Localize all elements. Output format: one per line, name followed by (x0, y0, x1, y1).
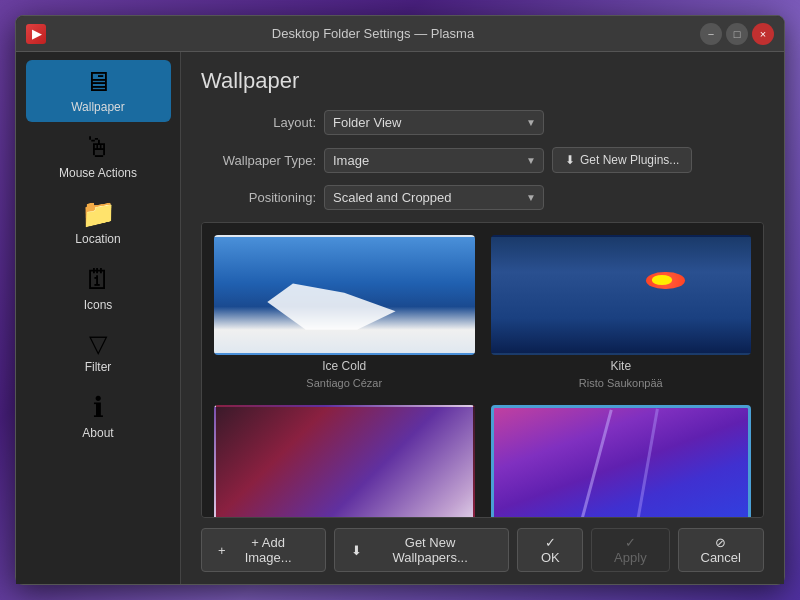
window-controls: − □ × (700, 23, 774, 45)
wallpaper-name-kite: Kite (610, 359, 631, 373)
positioning-row: Positioning: Scaled and Cropped (201, 185, 764, 210)
maximize-button[interactable]: □ (726, 23, 748, 45)
wallpaper-item-kite[interactable]: Kite Risto Saukonpää (487, 231, 756, 393)
wallpaper-author-kite: Risto Saukonpää (579, 377, 663, 389)
location-icon: 📁 (81, 200, 116, 228)
wallpaper-type-select[interactable]: Image (324, 148, 544, 173)
main-window: ▶ Desktop Folder Settings — Plasma − □ ×… (15, 15, 785, 585)
download-wallpapers-icon: ⬇ (351, 543, 362, 558)
ok-button[interactable]: ✓ OK (517, 528, 583, 572)
sidebar: 🖥 Wallpaper 🖱 Mouse Actions 📁 Location 🗓… (16, 52, 181, 584)
sidebar-item-wallpaper[interactable]: 🖥 Wallpaper (26, 60, 171, 122)
wallpaper-thumb-kokkini (214, 405, 475, 518)
wallpaper-type-row: Wallpaper Type: Image ⬇ Get New Plugins.… (201, 147, 764, 173)
sidebar-item-location[interactable]: 📁 Location (26, 192, 171, 254)
page-title: Wallpaper (201, 68, 764, 94)
sidebar-item-icons-label: Icons (84, 298, 113, 312)
bottom-left-buttons: + + Add Image... ⬇ Get New Wallpapers... (201, 528, 509, 572)
sidebar-item-mouse-actions[interactable]: 🖱 Mouse Actions (26, 126, 171, 188)
sidebar-item-location-label: Location (75, 232, 120, 246)
layout-select[interactable]: Folder View (324, 110, 544, 135)
filter-icon: ▽ (89, 332, 107, 356)
add-image-button[interactable]: + + Add Image... (201, 528, 326, 572)
content-area: 🖥 Wallpaper 🖱 Mouse Actions 📁 Location 🗓… (16, 52, 784, 584)
get-new-wallpapers-button[interactable]: ⬇ Get New Wallpapers... (334, 528, 510, 572)
wallpaper-grid: Ice Cold Santiago Cézar Kite Risto Sauko… (201, 222, 764, 518)
sidebar-item-about-label: About (82, 426, 113, 440)
apply-button: ✓ Apply (591, 528, 669, 572)
positioning-select-wrapper: Scaled and Cropped (324, 185, 544, 210)
mouse-icon: 🖱 (84, 134, 112, 162)
wallpaper-author-ice-cold: Santiago Cézar (306, 377, 382, 389)
get-plugins-button[interactable]: ⬇ Get New Plugins... (552, 147, 692, 173)
layout-select-wrapper: Folder View (324, 110, 544, 135)
wallpaper-thumb-shell (491, 405, 752, 518)
wallpaper-type-select-wrapper: Image (324, 148, 544, 173)
positioning-select[interactable]: Scaled and Cropped (324, 185, 544, 210)
download-icon: ⬇ (565, 153, 575, 167)
bottom-buttons: + + Add Image... ⬇ Get New Wallpapers...… (201, 528, 764, 572)
minimize-button[interactable]: − (700, 23, 722, 45)
wallpaper-icon: 🖥 (84, 68, 112, 96)
wallpaper-item-shell[interactable]: Shell Lucas Andrade (487, 401, 756, 518)
app-icon: ▶ (26, 24, 46, 44)
bottom-right-buttons: ✓ OK ✓ Apply ⊘ Cancel (517, 528, 764, 572)
titlebar: ▶ Desktop Folder Settings — Plasma − □ × (16, 16, 784, 52)
main-panel: Wallpaper Layout: Folder View Wallpaper … (181, 52, 784, 584)
sidebar-item-mouse-label: Mouse Actions (59, 166, 137, 180)
sidebar-item-filter[interactable]: ▽ Filter (26, 324, 171, 382)
sidebar-item-wallpaper-label: Wallpaper (71, 100, 125, 114)
wallpaper-item-ice-cold[interactable]: Ice Cold Santiago Cézar (210, 231, 479, 393)
wallpaper-thumb-ice-cold (214, 235, 475, 355)
layout-row: Layout: Folder View (201, 110, 764, 135)
sidebar-item-icons[interactable]: 🗓 Icons (26, 258, 171, 320)
layout-label: Layout: (201, 115, 316, 130)
wallpaper-name-ice-cold: Ice Cold (322, 359, 366, 373)
sidebar-item-about[interactable]: ℹ About (26, 386, 171, 448)
cancel-button[interactable]: ⊘ Cancel (678, 528, 764, 572)
add-icon: + (218, 543, 226, 558)
wallpaper-type-label: Wallpaper Type: (201, 153, 316, 168)
wallpaper-thumb-kite (491, 235, 752, 355)
sidebar-item-filter-label: Filter (85, 360, 112, 374)
icons-icon: 🗓 (84, 266, 112, 294)
wallpaper-item-kokkini[interactable]: Kokkini Ken Vermette (210, 401, 479, 518)
about-icon: ℹ (93, 394, 104, 422)
positioning-label: Positioning: (201, 190, 316, 205)
close-button[interactable]: × (752, 23, 774, 45)
window-title: Desktop Folder Settings — Plasma (272, 26, 474, 41)
